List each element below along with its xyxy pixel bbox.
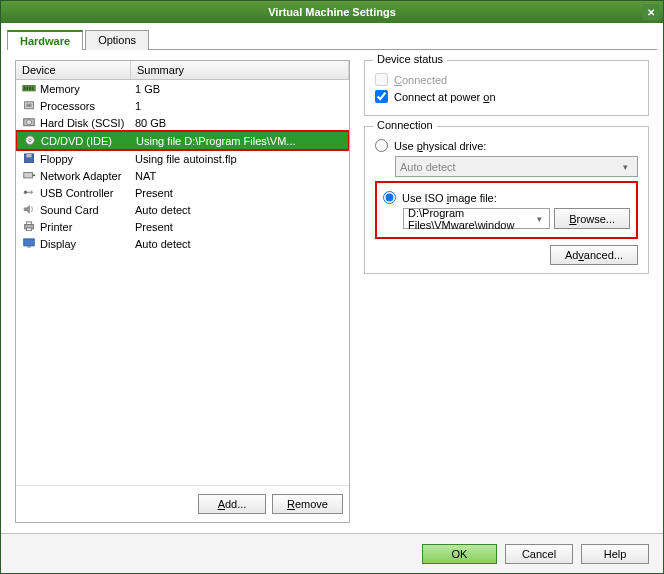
- summary-cell: 1: [131, 100, 349, 112]
- cpu-icon: [22, 100, 36, 112]
- device-name: Sound Card: [40, 204, 99, 216]
- device-table: Device Summary Memory1 GBProcessors1Hard…: [16, 61, 349, 485]
- svg-point-10: [29, 138, 32, 141]
- svg-rect-3: [29, 86, 31, 90]
- device-cell: Floppy: [16, 153, 131, 165]
- device-cell: USB Controller: [16, 187, 131, 199]
- table-row[interactable]: USB ControllerPresent: [16, 184, 349, 201]
- summary-cell: Present: [131, 221, 349, 233]
- physical-drive-radio[interactable]: [375, 139, 388, 152]
- physical-drive-dropdown: Auto detect ▾: [395, 156, 638, 177]
- ok-button[interactable]: OK: [422, 544, 497, 564]
- browse-button[interactable]: Browse...: [554, 208, 630, 229]
- svg-rect-2: [26, 86, 28, 90]
- iso-field: D:\Program Files\VMware\window ▾ Browse.…: [403, 208, 630, 229]
- advanced-row: Advanced...: [375, 245, 638, 265]
- remove-button[interactable]: Remove: [272, 494, 343, 514]
- summary-cell: 80 GB: [131, 117, 349, 129]
- header-summary[interactable]: Summary: [131, 61, 349, 79]
- device-buttons: Add... Remove: [16, 485, 349, 522]
- cd-icon: [23, 135, 37, 147]
- svg-rect-19: [24, 238, 35, 245]
- connect-poweron-checkbox[interactable]: [375, 90, 388, 103]
- sound-icon: [22, 204, 36, 216]
- chevron-down-icon[interactable]: ▾: [533, 214, 545, 224]
- iso-label: Use ISO image file:: [402, 192, 497, 204]
- table-body: Memory1 GBProcessors1Hard Disk (SCSI)80 …: [16, 80, 349, 252]
- device-list-panel: Device Summary Memory1 GBProcessors1Hard…: [15, 60, 350, 523]
- close-icon[interactable]: ✕: [643, 4, 659, 20]
- main-panel: Device Summary Memory1 GBProcessors1Hard…: [1, 50, 663, 533]
- device-cell: Sound Card: [16, 204, 131, 216]
- device-cell: Display: [16, 238, 131, 250]
- svg-rect-18: [26, 228, 31, 231]
- net-icon: [22, 170, 36, 182]
- device-cell: CD/DVD (IDE): [17, 135, 132, 147]
- svg-point-8: [26, 119, 31, 124]
- summary-cell: Using file autoinst.flp: [131, 153, 349, 165]
- device-name: Printer: [40, 221, 72, 233]
- device-cell: Processors: [16, 100, 131, 112]
- dialog-footer: OK Cancel Help: [1, 533, 663, 573]
- svg-rect-13: [24, 172, 33, 177]
- summary-cell: Present: [131, 187, 349, 199]
- iso-path-dropdown[interactable]: D:\Program Files\VMware\window ▾: [403, 208, 550, 229]
- table-row[interactable]: CD/DVD (IDE)Using file D:\Program Files\…: [17, 132, 348, 149]
- tab-options[interactable]: Options: [85, 30, 149, 50]
- iso-section-highlight: Use ISO image file: D:\Program Files\VMw…: [375, 181, 638, 239]
- connection-group: Connection Use physical drive: Auto dete…: [364, 126, 649, 274]
- window-title: Virtual Machine Settings: [268, 6, 396, 18]
- help-button[interactable]: Help: [581, 544, 649, 564]
- iso-path-value: D:\Program Files\VMware\window: [408, 207, 533, 231]
- display-icon: [22, 238, 36, 250]
- iso-row: Use ISO image file:: [383, 191, 630, 204]
- iso-radio[interactable]: [383, 191, 396, 204]
- table-row[interactable]: DisplayAuto detect: [16, 235, 349, 252]
- table-row[interactable]: Processors1: [16, 97, 349, 114]
- connected-label: Connected: [394, 74, 447, 86]
- right-panel: Device status Connected Connect at power…: [364, 60, 649, 523]
- table-row[interactable]: Network AdapterNAT: [16, 167, 349, 184]
- summary-cell: Using file D:\Program Files\VM...: [132, 135, 348, 147]
- add-button[interactable]: Add...: [198, 494, 266, 514]
- table-row[interactable]: Hard Disk (SCSI)80 GB: [16, 114, 349, 131]
- summary-cell: Auto detect: [131, 238, 349, 250]
- table-row[interactable]: FloppyUsing file autoinst.flp: [16, 150, 349, 167]
- selection-highlight: CD/DVD (IDE)Using file D:\Program Files\…: [16, 130, 349, 151]
- device-status-legend: Device status: [373, 53, 447, 65]
- device-name: Hard Disk (SCSI): [40, 117, 124, 129]
- header-device[interactable]: Device: [16, 61, 131, 79]
- connect-poweron-row: Connect at power on: [375, 90, 638, 103]
- memory-icon: [22, 83, 36, 95]
- svg-rect-14: [33, 174, 36, 176]
- device-name: CD/DVD (IDE): [41, 135, 112, 147]
- advanced-button[interactable]: Advanced...: [550, 245, 638, 265]
- connection-legend: Connection: [373, 119, 437, 131]
- tab-bar: Hardware Options: [7, 29, 657, 50]
- device-name: Network Adapter: [40, 170, 121, 182]
- physical-drive-row: Use physical drive:: [375, 139, 638, 152]
- physical-drive-value: Auto detect: [400, 161, 456, 173]
- settings-window: Virtual Machine Settings ✕ Hardware Opti…: [0, 0, 664, 574]
- device-name: Display: [40, 238, 76, 250]
- table-row[interactable]: PrinterPresent: [16, 218, 349, 235]
- svg-rect-4: [32, 86, 34, 90]
- connected-checkbox: [375, 73, 388, 86]
- device-cell: Memory: [16, 83, 131, 95]
- physical-drive-label: Use physical drive:: [394, 140, 486, 152]
- cancel-button[interactable]: Cancel: [505, 544, 573, 564]
- svg-rect-12: [26, 153, 31, 157]
- hdd-icon: [22, 117, 36, 129]
- svg-rect-17: [26, 221, 31, 224]
- titlebar: Virtual Machine Settings ✕: [1, 1, 663, 23]
- physical-drive-field: Auto detect ▾: [395, 156, 638, 177]
- content-area: Hardware Options Device Summary Memory1 …: [1, 23, 663, 573]
- tab-hardware[interactable]: Hardware: [7, 30, 83, 50]
- table-row[interactable]: Sound CardAuto detect: [16, 201, 349, 218]
- table-row[interactable]: Memory1 GB: [16, 80, 349, 97]
- printer-icon: [22, 221, 36, 233]
- table-header: Device Summary: [16, 61, 349, 80]
- svg-rect-1: [24, 86, 26, 90]
- device-name: Processors: [40, 100, 95, 112]
- svg-rect-6: [26, 103, 31, 107]
